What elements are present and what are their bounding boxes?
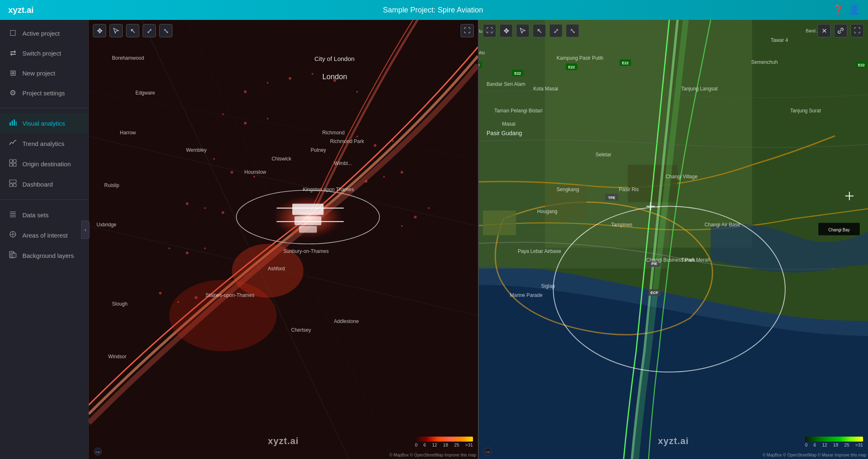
help-icon[interactable]: ❓: [832, 5, 844, 15]
sidebar-item-label: Active project: [22, 30, 60, 37]
svg-rect-0: [10, 122, 11, 126]
mapbox-logo-left: mb: [94, 447, 102, 456]
sidebar-item-label: Switch project: [22, 50, 61, 57]
svg-point-35: [333, 79, 336, 82]
trend-analytics-icon: [8, 139, 17, 148]
sidebar-section-analytics: Visual analytics Trend analytics: [0, 110, 88, 198]
svg-point-46: [168, 248, 170, 249]
select-tool-right[interactable]: [516, 24, 529, 37]
svg-rect-62: [294, 216, 321, 225]
sidebar-item-label: Project settings: [22, 90, 65, 97]
sidebar-item-visual-analytics[interactable]: Visual analytics: [0, 113, 88, 134]
draw-rect-right[interactable]: ⤢: [549, 24, 563, 37]
new-project-icon: ⊞: [8, 68, 17, 78]
svg-rect-5: [13, 160, 16, 163]
svg-point-57: [400, 171, 403, 173]
draw-rect-left[interactable]: ⤢: [143, 24, 156, 37]
svg-point-49: [159, 292, 161, 294]
sidebar-item-new-project[interactable]: ⊞ New project: [0, 63, 88, 83]
sidebar-item-data-sets[interactable]: Data sets: [0, 205, 88, 225]
topbar-icons: ❓ 👤: [832, 5, 860, 15]
legend-label: 18: [443, 442, 448, 447]
svg-rect-7: [13, 163, 16, 166]
svg-text:mb: mb: [485, 450, 490, 454]
map-panel-left[interactable]: ✥ ↖ ⤢ ⤡ ⛶: [89, 20, 478, 459]
map-watermark-right: xyzt.ai: [658, 436, 689, 447]
user-icon[interactable]: 👤: [849, 5, 860, 15]
svg-point-51: [195, 296, 197, 299]
active-project-icon: ☐: [8, 29, 17, 38]
mapbox-logo-right: mb: [484, 447, 492, 456]
sidebar-section-projects: ☐ Active project ⇄ Switch project ⊞ New …: [0, 20, 88, 106]
sidebar-item-origin-destination[interactable]: Origin destination: [0, 154, 88, 174]
draw-poly-left[interactable]: ⤡: [159, 24, 172, 37]
legend-label: 25: [844, 442, 849, 447]
sidebar-item-label: Trend analytics: [22, 140, 64, 147]
svg-point-44: [204, 207, 206, 209]
data-sets-icon: [8, 210, 17, 220]
fullscreen-right-left[interactable]: ⛶: [483, 24, 496, 37]
svg-text:E22: E22: [479, 63, 480, 67]
legend-label: 6: [814, 442, 816, 447]
svg-point-41: [230, 171, 233, 173]
legend-label: 6: [424, 442, 426, 447]
draw-poly-right[interactable]: ⤡: [566, 24, 579, 37]
svg-point-31: [244, 90, 247, 93]
pointer-tool-left[interactable]: ↖: [126, 24, 139, 37]
sidebar-item-label: Data sets: [22, 211, 48, 219]
sidebar-section-data: Data sets Areas of interest: [0, 202, 88, 269]
map-attribution-left: © MapBox © OpenStreetMap Improve this ma…: [389, 453, 476, 457]
svg-point-43: [186, 202, 188, 205]
sidebar-item-areas-of-interest[interactable]: Areas of interest: [0, 225, 88, 245]
svg-rect-6: [10, 163, 12, 166]
map-panel-right[interactable]: ⛶ ✥ ↖ ⤢ ⤡ ✕ ⛶: [478, 20, 868, 459]
switch-project-icon: ⇄: [8, 49, 17, 58]
legend-right: 0 6 12 18 25 >31: [805, 437, 863, 447]
sidebar-item-project-settings[interactable]: ⚙ Project settings: [0, 83, 88, 103]
link-panels-button[interactable]: [834, 24, 847, 37]
sidebar-collapse-button[interactable]: ‹: [81, 221, 90, 239]
svg-point-32: [267, 82, 269, 84]
legend-label: 12: [822, 442, 827, 447]
sidebar-item-background-layers[interactable]: Background layers: [0, 245, 88, 266]
legend-label: >31: [855, 442, 863, 447]
svg-text:E22: E22: [858, 63, 865, 67]
svg-rect-3: [16, 121, 17, 126]
legend-label: >31: [465, 442, 473, 447]
svg-rect-8: [10, 180, 16, 183]
background-layers-icon: [8, 251, 17, 260]
fullscreen-left[interactable]: ⛶: [461, 24, 474, 37]
sidebar-item-dashboard[interactable]: Dashboard: [0, 174, 88, 194]
sidebar-item-label: Background layers: [22, 252, 74, 259]
svg-point-55: [365, 180, 367, 182]
svg-point-45: [222, 211, 224, 214]
sidebar-item-label: Dashboard: [22, 181, 53, 188]
svg-text:+: +: [657, 204, 659, 209]
sidebar-item-label: Areas of interest: [22, 232, 68, 239]
sidebar-item-active-project[interactable]: ☐ Active project: [0, 23, 88, 43]
close-panel-button[interactable]: ✕: [817, 24, 831, 37]
move-tool-left[interactable]: ✥: [93, 24, 106, 37]
svg-rect-63: [299, 226, 317, 233]
svg-point-37: [222, 113, 224, 115]
map-visual-right: + E22 E22 E22 E22: [479, 20, 868, 459]
expand-panel-button[interactable]: ⛶: [851, 24, 864, 37]
maps-row: ✥ ↖ ⤢ ⤡ ⛶: [89, 20, 868, 459]
sidebar-item-trend-analytics[interactable]: Trend analytics: [0, 134, 88, 154]
svg-rect-9: [10, 184, 12, 187]
map-toolbar-right-left: ⛶: [461, 24, 474, 37]
pointer-tool-right[interactable]: ↖: [533, 24, 546, 37]
sidebar-item-switch-project[interactable]: ⇄ Switch project: [0, 43, 88, 63]
map-visual-left: [89, 20, 478, 459]
logo: xyzt.ai: [8, 5, 34, 15]
legend-label: 18: [833, 442, 838, 447]
sidebar: ☐ Active project ⇄ Switch project ⊞ New …: [0, 20, 89, 459]
svg-rect-20: [12, 253, 16, 257]
topbar: xyzt.ai Sample Project: Spire Aviation ❓…: [0, 0, 868, 20]
sidebar-divider-1: [0, 108, 88, 108]
sidebar-item-label: Origin destination: [22, 160, 71, 168]
svg-point-34: [311, 73, 313, 75]
select-tool-left[interactable]: [109, 24, 123, 37]
move-tool-right[interactable]: ✥: [499, 24, 513, 37]
svg-point-38: [244, 122, 247, 124]
